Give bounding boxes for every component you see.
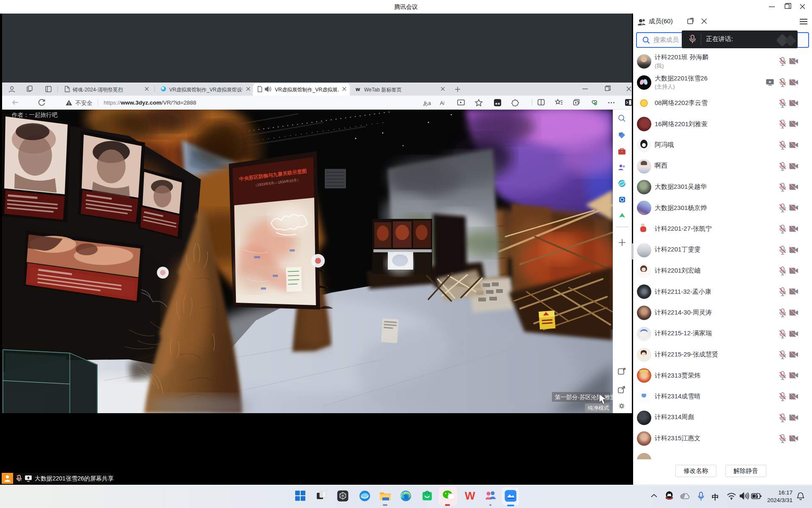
svg-text:W: W xyxy=(465,490,475,502)
svg-text:纯净模式: 纯净模式 xyxy=(587,405,609,411)
svg-text:作者：一起旅行吧: 作者：一起旅行吧 xyxy=(11,112,58,118)
svg-text:あa: あa xyxy=(423,100,431,106)
svg-text:w: w xyxy=(356,86,360,92)
svg-text:Aʲ: Aʲ xyxy=(440,100,444,106)
